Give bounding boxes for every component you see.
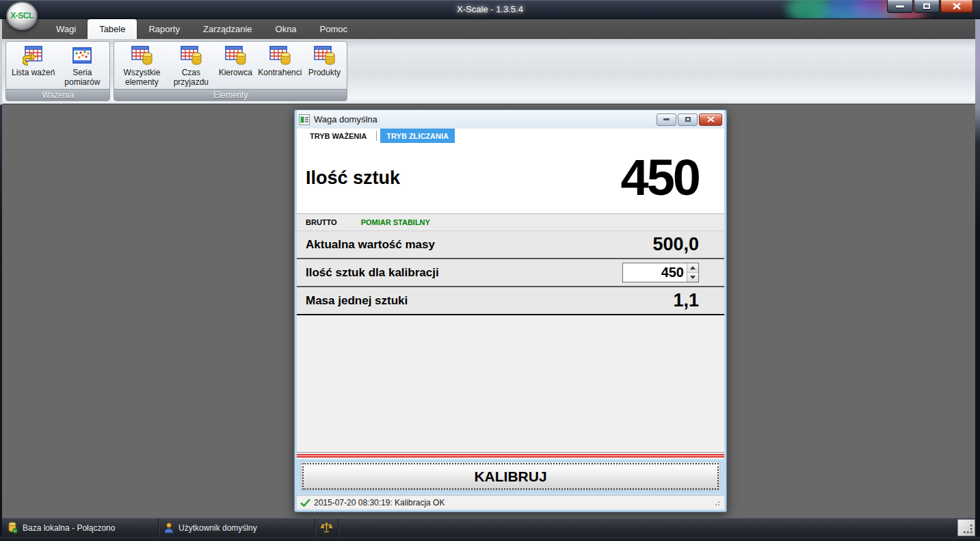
database-icon bbox=[8, 522, 18, 533]
menu-tab-raporty[interactable]: Raporty bbox=[137, 19, 191, 39]
close-icon bbox=[953, 3, 961, 10]
app-logo-label: X-SCL bbox=[10, 11, 34, 21]
current-mass-value: 500,0 bbox=[652, 234, 699, 255]
ribbon-button-seria-pomiarow[interactable]: Seria pomiarów bbox=[57, 43, 107, 87]
table-db-icon bbox=[130, 44, 153, 66]
ribbon-button-kierowca[interactable]: Kierowca bbox=[215, 43, 255, 77]
dialog-restore-button[interactable] bbox=[678, 114, 698, 126]
user-icon bbox=[164, 523, 174, 533]
ribbon-group-elementy: Wszystkie elementy Czas przyjazdu bbox=[114, 41, 347, 101]
dialog-statusbar: 2015-07-20 08:30:19: Kalibracja OK bbox=[297, 495, 724, 510]
ribbon-group-wazenia: Lista ważeń bbox=[5, 41, 110, 101]
window-bottom-border bbox=[0, 537, 980, 541]
ribbon-button-label: Seria pomiarów bbox=[60, 68, 104, 87]
window-left-border bbox=[0, 19, 2, 541]
user-status: Użytkownik domyślny bbox=[159, 518, 315, 537]
table-db-icon bbox=[268, 44, 291, 66]
dialog-tabbar: TRYB WAŻENIA TRYB ZLICZANIA bbox=[297, 129, 724, 143]
app-statusbar: Baza lokalna - Połączono Użytkownik domy… bbox=[2, 518, 975, 537]
window-right-border bbox=[975, 19, 980, 541]
menu-tabbar: Wagi Tabele Raporty Zarządzanie Okna Pom… bbox=[2, 19, 975, 39]
red-separator bbox=[297, 452, 724, 459]
check-icon bbox=[300, 499, 310, 507]
chevron-up-icon bbox=[690, 266, 696, 269]
database-status: Baza lokalna - Połączono bbox=[2, 518, 159, 537]
minimize-button[interactable] bbox=[887, 0, 913, 13]
dialog-status-message: 2015-07-20 08:30:19: Kalibracja OK bbox=[314, 498, 445, 507]
menu-tab-okna[interactable]: Okna bbox=[264, 19, 308, 39]
ribbon-button-label: Produkty bbox=[308, 68, 341, 77]
scatter-chart-icon bbox=[70, 44, 94, 66]
tab-tryb-zliczania[interactable]: TRYB ZLICZANIA bbox=[380, 129, 455, 143]
table-db-icon bbox=[179, 44, 202, 66]
calibration-count-row: Ilość sztuk dla kalibracji bbox=[297, 259, 724, 287]
dialog-minimize-button[interactable] bbox=[657, 114, 676, 126]
scale-icon bbox=[321, 522, 332, 533]
ribbon-button-kontrahenci[interactable]: Kontrahenci bbox=[255, 43, 304, 77]
minimize-icon bbox=[663, 118, 670, 120]
tab-separator bbox=[376, 131, 377, 141]
calibration-count-stepper bbox=[622, 263, 699, 282]
close-button[interactable] bbox=[940, 0, 973, 13]
window-titlebar[interactable]: X-Scale - 1.3.5.4 bbox=[0, 0, 980, 19]
dialog-waga-domyslna: Waga domyślna TRYB WAŻENIA TRYB ZLICZANI… bbox=[294, 109, 727, 512]
window-title: X-Scale - 1.3.5.4 bbox=[457, 4, 523, 14]
spinner-down-button[interactable] bbox=[687, 273, 698, 282]
minimize-icon bbox=[896, 5, 904, 8]
gross-label: BRUTTO bbox=[306, 218, 337, 226]
chevron-down-icon bbox=[690, 276, 696, 279]
user-status-text: Użytkownik domyślny bbox=[178, 523, 257, 533]
current-mass-row: Aktualna wartość masy 500,0 bbox=[297, 231, 724, 259]
unit-mass-row: Masa jednej sztuki 1,1 bbox=[297, 287, 724, 315]
dialog-resize-grip[interactable] bbox=[713, 499, 721, 510]
dialog-title: Waga domyślna bbox=[314, 114, 655, 124]
kalibruj-button[interactable]: KALIBRUJ bbox=[301, 462, 720, 491]
unit-mass-label: Masa jednej sztuki bbox=[306, 294, 408, 308]
ribbon-button-label: Czas przyjazdu bbox=[169, 68, 213, 87]
window-resize-grip[interactable] bbox=[957, 519, 975, 536]
menu-tab-tabele[interactable]: Tabele bbox=[88, 19, 137, 39]
mdi-workspace: Waga domyślna TRYB WAŻENIA TRYB ZLICZANI… bbox=[2, 104, 975, 518]
ribbon-button-wszystkie-elementy[interactable]: Wszystkie elementy bbox=[117, 43, 166, 87]
ribbon-button-lista-wazen[interactable]: Lista ważeń bbox=[9, 43, 57, 77]
ribbon-button-czas-przyjazdu[interactable]: Czas przyjazdu bbox=[166, 43, 215, 87]
close-icon bbox=[707, 116, 715, 122]
ribbon-group-label: Ważenia bbox=[6, 89, 109, 101]
ribbon: Lista ważeń bbox=[2, 39, 975, 104]
dialog-app-icon bbox=[299, 114, 310, 125]
dialog-titlebar[interactable]: Waga domyślna bbox=[297, 110, 724, 129]
ribbon-group-label: Elementy bbox=[114, 89, 347, 101]
dialog-empty-area bbox=[297, 315, 724, 452]
measure-status-row: BRUTTO POMIAR STABILNY bbox=[297, 213, 724, 231]
piece-count-label: Ilość sztuk bbox=[306, 168, 400, 189]
current-mass-label: Aktualna wartość masy bbox=[306, 238, 435, 252]
piece-count-display: Ilość sztuk 450 bbox=[297, 143, 724, 213]
ribbon-button-produkty[interactable]: Produkty bbox=[304, 43, 344, 77]
ribbon-button-label: Kontrahenci bbox=[258, 68, 302, 77]
ribbon-button-label: Kierowca bbox=[219, 68, 252, 77]
table-db-icon bbox=[224, 44, 247, 66]
unit-mass-value: 1,1 bbox=[673, 290, 699, 311]
ribbon-button-label: Wszystkie elementy bbox=[120, 68, 163, 87]
table-db-icon bbox=[313, 44, 336, 66]
table-undo-icon bbox=[22, 44, 45, 66]
ribbon-button-label: Lista ważeń bbox=[12, 68, 55, 77]
maximize-button[interactable] bbox=[914, 0, 940, 13]
menu-tab-zarzadzanie[interactable]: Zarządzanie bbox=[191, 19, 264, 39]
tab-tryb-wazenia[interactable]: TRYB WAŻENIA bbox=[304, 129, 373, 143]
piece-count-value: 450 bbox=[621, 155, 699, 201]
stable-measure-label: POMIAR STABILNY bbox=[361, 218, 430, 226]
calibration-count-label: Ilość sztuk dla kalibracji bbox=[306, 266, 439, 280]
menu-tab-pomoc[interactable]: Pomoc bbox=[308, 19, 359, 39]
scale-status bbox=[315, 518, 339, 537]
calibrate-button-row: KALIBRUJ bbox=[297, 459, 724, 495]
dialog-close-button[interactable] bbox=[699, 114, 722, 126]
maximize-icon bbox=[923, 3, 930, 9]
database-status-text: Baza lokalna - Połączono bbox=[23, 523, 115, 533]
app-logo-button[interactable]: X-SCL bbox=[6, 1, 38, 30]
calibration-count-input[interactable] bbox=[623, 263, 687, 282]
menu-tab-wagi[interactable]: Wagi bbox=[44, 19, 88, 39]
restore-icon bbox=[685, 117, 691, 122]
spinner-up-button[interactable] bbox=[687, 263, 698, 273]
